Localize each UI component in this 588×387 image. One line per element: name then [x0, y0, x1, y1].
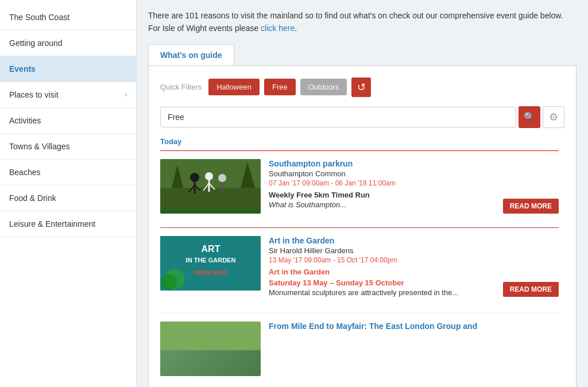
event-dates-parkrun: 07 Jan '17 09:00am - 06 Jan '18 11:00am	[269, 179, 559, 187]
sidebar-item-south-coast[interactable]: The South Coast	[0, 5, 136, 30]
search-bar: 🔍 ⚙	[160, 106, 564, 128]
today-divider	[160, 150, 559, 151]
sidebar-item-label: Places to visit	[9, 90, 59, 99]
search-button[interactable]: 🔍	[519, 106, 540, 128]
sidebar-item-activities[interactable]: Activities	[0, 108, 136, 134]
svg-text:IN THE GARDEN: IN THE GARDEN	[186, 257, 236, 264]
event-item-parkrun: Southampton parkrun Southampton Common 0…	[160, 159, 559, 222]
event-divider-2	[160, 313, 559, 314]
event-dates-art-garden: 13 May '17 09:00am - 15 Oct '17 04:00pm	[269, 256, 559, 264]
sidebar-item-label: Events	[9, 64, 36, 73]
art-garden-svg: ART IN THE GARDEN OPEN NOW!	[160, 236, 261, 291]
quick-filters: Quick Filters Halloween Free Outdoors ↺	[160, 78, 564, 97]
event-item-art-garden: ART IN THE GARDEN OPEN NOW! Art in the G…	[160, 236, 559, 305]
sidebar-item-label: Beaches	[9, 168, 40, 177]
sidebar-item-towns-villages[interactable]: Towns & Villages	[0, 134, 136, 160]
click-here-link[interactable]: click here	[261, 24, 295, 33]
event-desc-red-art-garden: Art in the Garden	[269, 268, 559, 276]
london-group-image-bg	[160, 322, 261, 376]
read-more-parkrun-button[interactable]: READ MORE	[503, 199, 559, 214]
event-details-london-group: From Mile End to Mayfair: The East Londo…	[269, 322, 559, 376]
event-location-art-garden: Sir Harold Hillier Gardens	[269, 246, 559, 255]
quick-filters-label: Quick Filters	[160, 83, 202, 91]
event-details-parkrun: Southampton parkrun Southampton Common 0…	[269, 159, 559, 214]
events-scroll-area[interactable]: Today	[160, 137, 564, 384]
sidebar-item-label: Leisure & Entertainment	[9, 219, 95, 229]
sidebar-item-events[interactable]: Events	[0, 56, 136, 82]
filter-reset-button[interactable]: ↺	[351, 78, 371, 97]
sidebar-item-getting-around[interactable]: Getting around	[0, 30, 136, 56]
svg-rect-20	[160, 322, 261, 350]
event-location-parkrun: Southampton Common	[269, 169, 559, 178]
parkrun-image-bg	[160, 159, 261, 214]
event-desc-bold-parkrun: Weekly Free 5km Timed Run	[269, 191, 559, 199]
event-details-art-garden: Art in the Garden Sir Harold Hillier Gar…	[269, 236, 559, 297]
london-svg	[160, 322, 261, 350]
svg-point-16	[161, 274, 177, 290]
section-today-label: Today	[160, 137, 559, 148]
sidebar-item-label: Activities	[9, 116, 41, 125]
event-title-london-group[interactable]: From Mile End to Mayfair: The East Londo…	[269, 322, 559, 331]
svg-point-8	[205, 172, 213, 180]
sidebar-item-label: Towns & Villages	[9, 142, 70, 151]
svg-text:OPEN NOW!: OPEN NOW!	[194, 270, 228, 276]
tab-bar: What's on guide	[148, 44, 577, 65]
event-image-parkrun	[160, 159, 261, 214]
event-title-parkrun[interactable]: Southampton parkrun	[269, 159, 559, 168]
main-content: There are 101 reasons to visit the mainl…	[137, 0, 588, 387]
sidebar-item-label: Food & Drink	[9, 194, 56, 203]
sidebar-item-label: Getting around	[9, 38, 63, 48]
sidebar-item-label: The South Coast	[9, 13, 69, 22]
event-image-art-garden: ART IN THE GARDEN OPEN NOW!	[160, 236, 261, 291]
sidebar-item-food-drink[interactable]: Food & Drink	[0, 185, 136, 211]
event-divider-1	[160, 227, 559, 228]
search-icon: 🔍	[524, 111, 535, 122]
tab-whats-on[interactable]: What's on guide	[148, 44, 234, 65]
search-settings-button[interactable]: ⚙	[543, 106, 564, 128]
sidebar: The South Coast Getting around Events Pl…	[0, 0, 137, 387]
event-item-london-group: From Mile End to Mayfair: The East Londo…	[160, 322, 559, 384]
filter-free-button[interactable]: Free	[264, 79, 296, 95]
filter-halloween-button[interactable]: Halloween	[208, 79, 260, 95]
content-panel: Quick Filters Halloween Free Outdoors ↺ …	[148, 65, 577, 387]
sidebar-item-leisure-entertainment[interactable]: Leisure & Entertainment	[0, 211, 136, 237]
art-garden-image-bg: ART IN THE GARDEN OPEN NOW!	[160, 236, 261, 291]
svg-point-4	[190, 173, 199, 182]
svg-rect-1	[160, 188, 261, 208]
event-title-art-garden[interactable]: Art in the Garden	[269, 236, 559, 245]
gear-icon: ⚙	[549, 111, 558, 123]
svg-text:ART: ART	[202, 244, 220, 254]
chevron-right-icon: ›	[125, 91, 127, 99]
parkrun-svg	[160, 159, 261, 208]
sidebar-item-beaches[interactable]: Beaches	[0, 160, 136, 185]
read-more-art-garden-button[interactable]: READ MORE	[503, 282, 559, 297]
svg-point-12	[218, 174, 226, 182]
sidebar-item-places-to-visit[interactable]: Places to visit ›	[0, 82, 136, 108]
event-image-london-group	[160, 322, 261, 376]
search-input[interactable]	[160, 107, 516, 127]
filter-outdoors-button[interactable]: Outdoors	[300, 79, 347, 95]
intro-text: There are 101 reasons to visit the mainl…	[148, 9, 577, 35]
reset-icon: ↺	[357, 81, 366, 94]
